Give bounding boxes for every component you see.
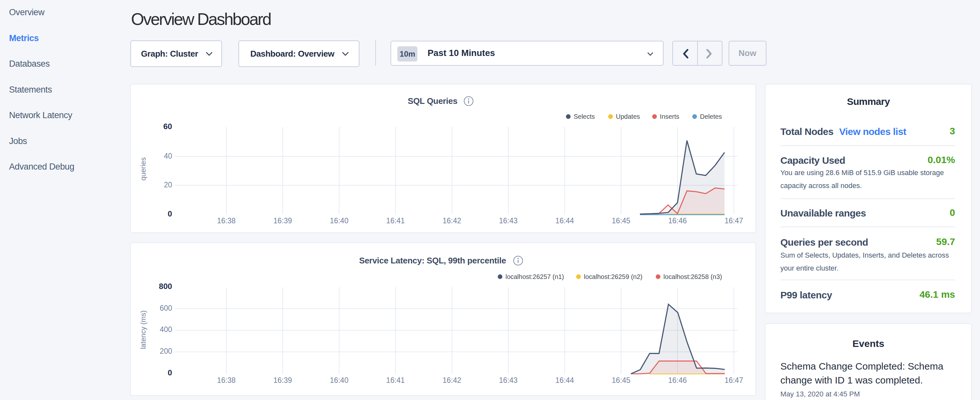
svg-text:800: 800 — [159, 282, 172, 291]
svg-text:16:38: 16:38 — [217, 217, 236, 225]
svg-text:Deletes: Deletes — [700, 113, 722, 120]
svg-text:16:40: 16:40 — [330, 217, 348, 225]
svg-text:16:45: 16:45 — [612, 376, 631, 384]
svg-text:16:40: 16:40 — [330, 376, 348, 384]
svg-text:localhost:26259 (n2): localhost:26259 (n2) — [584, 273, 643, 280]
svg-text:16:42: 16:42 — [442, 217, 461, 225]
svg-text:60: 60 — [163, 122, 172, 131]
svg-text:16:46: 16:46 — [668, 376, 687, 384]
svg-text:16:42: 16:42 — [442, 376, 461, 384]
svg-text:16:39: 16:39 — [274, 376, 292, 384]
svg-text:16:44: 16:44 — [555, 376, 574, 384]
svg-text:16:43: 16:43 — [499, 217, 518, 225]
svg-text:200: 200 — [160, 347, 172, 355]
svg-text:20: 20 — [164, 180, 172, 189]
svg-text:localhost:26257 (n1): localhost:26257 (n1) — [505, 273, 564, 280]
svg-text:16:44: 16:44 — [555, 217, 574, 225]
svg-text:16:41: 16:41 — [386, 217, 405, 225]
svg-text:40: 40 — [164, 152, 172, 160]
svg-text:16:47: 16:47 — [724, 217, 743, 225]
svg-text:localhost:26258 (n3): localhost:26258 (n3) — [663, 273, 722, 280]
svg-text:600: 600 — [160, 304, 172, 312]
svg-text:Updates: Updates — [616, 113, 640, 120]
svg-text:16:38: 16:38 — [217, 376, 236, 384]
svg-text:0: 0 — [168, 368, 172, 377]
svg-text:latency (ms): latency (ms) — [139, 310, 147, 349]
svg-text:16:39: 16:39 — [274, 217, 292, 225]
svg-text:16:47: 16:47 — [724, 376, 743, 384]
svg-text:Inserts: Inserts — [660, 113, 679, 120]
svg-text:0: 0 — [168, 209, 172, 218]
svg-text:Selects: Selects — [574, 113, 595, 120]
svg-text:16:41: 16:41 — [386, 376, 405, 384]
svg-text:queries: queries — [139, 157, 147, 180]
svg-text:16:43: 16:43 — [499, 376, 518, 384]
svg-text:16:45: 16:45 — [612, 217, 631, 225]
svg-text:400: 400 — [160, 325, 172, 334]
svg-text:16:46: 16:46 — [668, 217, 687, 225]
